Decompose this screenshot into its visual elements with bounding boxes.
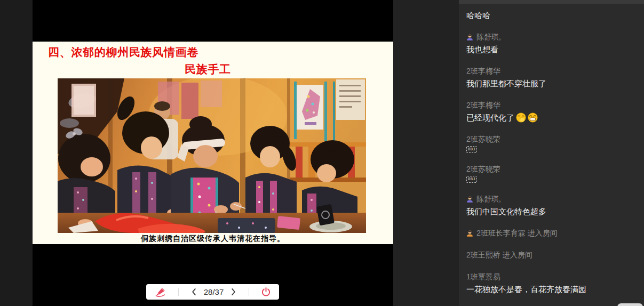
- chat-overlay-pill[interactable]: [617, 303, 643, 306]
- chat-header-strip: [459, 0, 644, 4]
- chat-username: 1班覃景易: [466, 271, 637, 283]
- toolbar-divider: [178, 288, 179, 296]
- chat-username-text: 2班李梅华: [466, 100, 500, 111]
- chat-join-text: 2班班长李育霖 进入房间: [476, 228, 558, 239]
- user-avatar-icon: [466, 196, 473, 203]
- chat-username-text: 陈舒琪,: [476, 31, 501, 43]
- pen-annotate-icon: [154, 287, 166, 297]
- chat-username-text: 2班苏晓荣: [466, 134, 500, 145]
- chat-message-text-content: 哈哈哈: [466, 10, 490, 21]
- chat-message-text-content: 我们中国文化特色超多: [466, 206, 546, 217]
- chat-message: 1班覃景易一花独放不是春，百花齐放春满园: [466, 271, 637, 295]
- ethnic-embroidery-photo-illustration: [58, 78, 366, 233]
- user-avatar-icon: [466, 34, 473, 41]
- next-slide-button[interactable]: [230, 287, 237, 297]
- chat-message-text: 我也想看: [466, 44, 637, 55]
- chat-message-text-content: 我们那里都不穿壮服了: [466, 78, 546, 89]
- chat-message: 2班苏晓荣OBJ: [466, 134, 637, 153]
- chat-username: 2班苏晓荣: [466, 134, 637, 145]
- object-placeholder: OBJ: [466, 176, 477, 183]
- chat-message-text-content: 已经现代化了: [466, 112, 514, 123]
- chat-panel[interactable]: 哈哈哈 陈舒琪,我也想看2班李梅华我们那里都不穿壮服了2班李梅华已经现代化了 2…: [459, 0, 644, 306]
- chat-message-text: OBJ: [466, 176, 637, 183]
- chat-username-text: 2班李梅华: [466, 66, 500, 77]
- chat-join-text: 2班王熙桥 进入房间: [466, 249, 532, 261]
- window-edge-strip: [0, 0, 33, 306]
- slide-photo: [58, 78, 366, 233]
- face-with-hand-over-mouth-emoji: [516, 112, 526, 123]
- screen: 四、浓郁的柳州民族风情画卷 民族手工: [0, 0, 644, 306]
- photo-caption: 侗族刺绣自治区级传承人韦清花在指导。: [33, 234, 393, 244]
- power-icon: [261, 287, 271, 297]
- chat-username-text: 2班苏晓荣: [466, 164, 500, 175]
- chevron-right-icon: [231, 288, 236, 296]
- presenter-toolbar: 28/37: [146, 284, 279, 300]
- chat-message: 哈哈哈: [466, 10, 637, 21]
- slide-navigation: 28/37: [190, 287, 238, 297]
- chat-message: 2班苏晓荣OBJ: [466, 164, 637, 183]
- chat-message-text: 我们那里都不穿壮服了: [466, 78, 637, 89]
- chat-message-text: 一花独放不是春，百花齐放春满园: [466, 284, 637, 295]
- chat-message-text: 哈哈哈: [466, 10, 637, 21]
- chat-join-notice: 2班王熙桥 进入房间: [466, 249, 637, 261]
- chat-message-text: OBJ: [466, 146, 637, 153]
- chat-message: 陈舒琪,我也想看: [466, 31, 637, 55]
- chat-message: 2班李梅华我们那里都不穿壮服了: [466, 66, 637, 89]
- beaming-face-emoji: [528, 112, 538, 123]
- chat-username: 陈舒琪,: [466, 194, 637, 205]
- chat-message-list[interactable]: 哈哈哈 陈舒琪,我也想看2班李梅华我们那里都不穿壮服了2班李梅华已经现代化了 2…: [459, 4, 644, 295]
- chat-username: 2班李梅华: [466, 100, 637, 111]
- toolbar-divider: [249, 288, 249, 296]
- page-indicator: 28/37: [204, 287, 224, 296]
- prev-slide-button[interactable]: [190, 287, 197, 297]
- chat-username: 陈舒琪,: [466, 31, 637, 43]
- power-button[interactable]: [260, 286, 272, 298]
- chat-join-notice-block: 2班王熙桥 进入房间: [466, 249, 637, 261]
- chat-message: 2班李梅华已经现代化了: [466, 100, 637, 123]
- chat-message-text-content: 我也想看: [466, 44, 498, 55]
- chat-username-text: 陈舒琪,: [476, 194, 501, 205]
- slide-title: 四、浓郁的柳州民族风情画卷: [48, 45, 198, 60]
- chat-message-text-content: 一花独放不是春，百花齐放春满园: [466, 284, 586, 295]
- chat-message: 陈舒琪,我们中国文化特色超多: [466, 194, 637, 217]
- slide: 四、浓郁的柳州民族风情画卷 民族手工: [33, 42, 393, 244]
- presentation-area: 四、浓郁的柳州民族风情画卷 民族手工: [33, 0, 393, 306]
- chat-username-text: 1班覃景易: [466, 271, 500, 283]
- slide-subtitle: 民族手工: [185, 62, 231, 77]
- user-avatar-icon: [466, 230, 473, 237]
- chat-message-text: 已经现代化了: [466, 112, 637, 123]
- chat-username: 2班李梅华: [466, 66, 637, 77]
- chat-message-text: 我们中国文化特色超多: [466, 206, 637, 217]
- object-placeholder: OBJ: [466, 146, 477, 153]
- chat-join-notice: 2班班长李育霖 进入房间: [466, 228, 637, 239]
- chat-join-notice-block: 2班班长李育霖 进入房间: [466, 228, 637, 239]
- chevron-left-icon: [191, 288, 196, 296]
- chat-username: 2班苏晓荣: [466, 164, 637, 175]
- annotate-pen-button[interactable]: [153, 286, 168, 298]
